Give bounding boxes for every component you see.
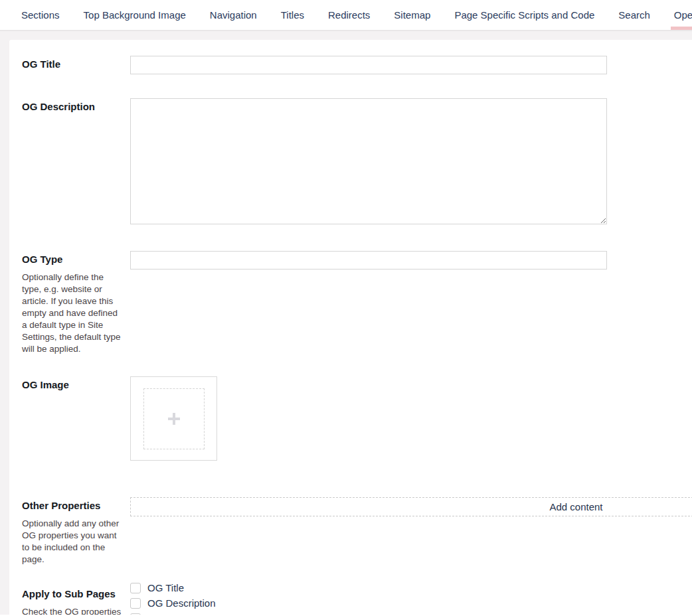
other-properties-help-text: Optionally add any other OG properties y… [22,518,122,566]
field-row-og-title: OG Title [22,56,692,74]
tab-navigation[interactable]: Navigation [207,0,260,30]
plus-icon [168,413,180,425]
add-content-button[interactable]: Add content [130,497,692,516]
apply-to-sub-pages-checkbox-list: OG Title OG Description OG Image OG Type [130,582,692,615]
og-description-checkbox[interactable] [130,598,141,609]
tab-sitemap[interactable]: Sitemap [390,0,434,30]
tab-top-background-image[interactable]: Top Background Image [80,0,189,30]
apply-to-sub-pages-help-text: Check the OG properties that will also b… [22,606,122,615]
og-type-input[interactable] [130,251,607,270]
checkbox-row-og-title: OG Title [130,582,692,593]
tab-titles[interactable]: Titles [278,0,307,30]
og-description-checkbox-label: OG Description [147,597,216,609]
og-title-label: OG Title [22,58,130,70]
other-properties-label: Other Properties [22,500,130,512]
checkbox-row-og-image: OG Image [130,613,692,615]
field-row-apply-to-sub-pages: Apply to Sub Pages Check the OG properti… [22,585,692,615]
og-description-textarea[interactable] [130,98,607,224]
og-description-label: OG Description [22,101,130,113]
checkbox-row-og-description: OG Description [130,597,692,609]
tab-page-specific-scripts-and-code[interactable]: Page Specific Scripts and Code [451,0,598,30]
opengraph-settings-panel: OG Title OG Description OG Type Optional… [9,40,692,615]
tab-sections[interactable]: Sections [18,0,63,30]
tab-redirects[interactable]: Redirects [325,0,373,30]
og-title-checkbox[interactable] [130,583,141,593]
field-row-og-image: OG Image [22,376,692,461]
og-image-label: OG Image [22,379,130,391]
og-title-input[interactable] [130,56,607,74]
tab-search[interactable]: Search [615,0,653,30]
og-image-checkbox-label: OG Image [147,613,193,615]
og-title-checkbox-label: OG Title [147,582,184,593]
field-row-og-type: OG Type Optionally define the type, e.g.… [22,251,692,355]
og-image-dropzone[interactable] [143,388,205,449]
apply-to-sub-pages-label: Apply to Sub Pages [22,588,130,600]
field-row-other-properties: Other Properties Optionally add any othe… [22,497,692,566]
tab-opengraph[interactable]: OpenGraph [671,0,692,30]
tab-bar: Sections Top Background Image Navigation… [0,0,692,31]
content-background: OG Title OG Description OG Type Optional… [0,31,692,615]
field-row-og-description: OG Description [22,98,692,227]
og-image-checkbox[interactable] [130,613,141,615]
og-type-help-text: Optionally define the type, e.g. website… [22,271,122,355]
og-type-label: OG Type [22,254,130,266]
og-image-upload-box[interactable] [130,376,217,461]
